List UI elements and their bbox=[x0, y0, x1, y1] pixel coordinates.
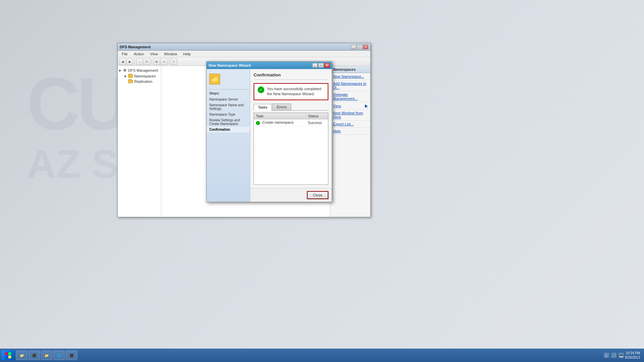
close-button[interactable]: ✕ bbox=[363, 45, 368, 49]
toolbar-separator bbox=[135, 59, 135, 65]
main-titlebar: DFS Management _ □ ✕ bbox=[118, 43, 370, 51]
wizard-icon: 📁 bbox=[209, 74, 220, 84]
action-new-window[interactable]: New Window from Here bbox=[330, 110, 370, 121]
wizard-content-area: Confirmation ✓ You have successfully com… bbox=[250, 69, 332, 188]
terminal-icon: ⬛ bbox=[69, 353, 74, 358]
clock-time: 10:34 PM bbox=[625, 351, 640, 355]
action-add-namespaces[interactable]: Add Namespaces to Di... bbox=[330, 80, 370, 91]
taskbar-network[interactable]: 🌐 bbox=[53, 351, 65, 360]
action-view-arrow: ▶ bbox=[365, 104, 368, 108]
tray-icon-1[interactable]: ⚠ bbox=[604, 353, 609, 358]
menu-help[interactable]: Help bbox=[180, 51, 194, 57]
actions-panel: Namespaces New Namespace... Add Namespac… bbox=[330, 66, 370, 217]
action-new-namespace[interactable]: New Namespace... bbox=[330, 73, 370, 80]
wizard-steps-panel: 📁 Steps: Namespace Server Namespace Name… bbox=[207, 69, 250, 202]
wizard-maximize-button[interactable]: □ bbox=[318, 63, 324, 68]
menu-file[interactable]: File bbox=[119, 51, 130, 57]
menu-action[interactable]: Action bbox=[131, 51, 147, 57]
wizard-title: New Namespace Wizard bbox=[209, 63, 251, 67]
forward-button[interactable]: ▶ bbox=[126, 58, 133, 65]
wizard-header-area: 📁 bbox=[207, 72, 250, 89]
wizard-close-button[interactable]: ✕ bbox=[324, 63, 330, 68]
results-table-container: Task Status ✓ Create namespace. Success bbox=[254, 113, 328, 185]
network-icon: 🌐 bbox=[56, 353, 62, 358]
results-table: Task Status ✓ Create namespace. Success bbox=[254, 113, 328, 126]
expand-icon: ▶ bbox=[119, 69, 122, 72]
clock-date: 8/20/2013 bbox=[625, 355, 640, 360]
actions-header: Namespaces bbox=[330, 66, 370, 73]
tree-item-replication[interactable]: Replication bbox=[118, 79, 161, 84]
action-view[interactable]: View ▶ bbox=[330, 102, 370, 110]
success-message-box: ✓ You have successfully completed the Ne… bbox=[254, 83, 328, 100]
namespaces-label: Namespaces bbox=[134, 74, 156, 78]
step-namespace-name: Namespace Name and Settings bbox=[207, 102, 250, 112]
start-button[interactable] bbox=[1, 350, 15, 360]
wizard-page-title: Confirmation bbox=[254, 72, 328, 80]
show-hide-button[interactable]: ⊞ bbox=[153, 58, 160, 65]
properties-button[interactable]: ≡ bbox=[161, 58, 167, 65]
action-help[interactable]: Help bbox=[330, 128, 370, 135]
step-namespace-server: Namespace Server bbox=[207, 97, 250, 102]
dfs-icon: 🖥 bbox=[123, 68, 127, 73]
success-check-icon: ✓ bbox=[258, 86, 264, 93]
wizard-footer: Close bbox=[250, 188, 332, 202]
replication-label: Replication bbox=[134, 79, 152, 83]
maximize-button[interactable]: □ bbox=[357, 45, 362, 49]
wizard-dialog: New Namespace Wizard _ □ ✕ 📁 Steps: Name… bbox=[206, 61, 332, 202]
row-check-icon: ✓ bbox=[256, 121, 260, 125]
step-confirmation: Confirmation bbox=[207, 127, 250, 132]
svg-rect-0 bbox=[5, 352, 8, 355]
column-status: Status bbox=[306, 113, 328, 119]
powershell-icon: ⬛ bbox=[32, 353, 37, 358]
background-watermark: CU bbox=[27, 67, 127, 141]
file-explorer-icon: 📁 bbox=[19, 353, 24, 358]
main-window-title: DFS Management bbox=[120, 45, 151, 49]
taskbar: 📁 ⬛ 📂 🌐 ⬛ ⚠ 🔊 💻 10:34 PM 8/20/2013 bbox=[0, 349, 644, 362]
system-tray: ⚠ 🔊 💻 bbox=[604, 353, 624, 358]
tab-tasks[interactable]: Tasks bbox=[254, 104, 272, 111]
tree-item-dfs-management[interactable]: ▶ 🖥 DFS Management bbox=[118, 67, 161, 73]
toolbar-separator3 bbox=[169, 59, 169, 65]
close-wizard-button[interactable]: Close bbox=[307, 191, 328, 199]
tree-panel: ▶ 🖥 DFS Management ▶ Namespaces Replicat… bbox=[118, 66, 161, 217]
toolbar-separator2 bbox=[152, 59, 152, 65]
menu-view[interactable]: View bbox=[147, 51, 161, 57]
svg-rect-2 bbox=[5, 356, 8, 358]
namespaces-folder-icon bbox=[128, 74, 133, 78]
step-review-settings: Review Settings and Create Namespace bbox=[207, 117, 250, 127]
up-button[interactable]: ↑ bbox=[136, 58, 143, 65]
tray-icon-3[interactable]: 💻 bbox=[619, 353, 624, 358]
tab-bar: Tasks Errors bbox=[254, 104, 328, 111]
table-row: ✓ Create namespace. Success bbox=[254, 119, 328, 126]
taskbar-file-explorer[interactable]: 📁 bbox=[16, 351, 28, 360]
step-namespace-type: Namespace Type bbox=[207, 112, 250, 117]
tabs-container: Tasks Errors bbox=[254, 104, 328, 111]
tree-item-namespaces[interactable]: ▶ Namespaces bbox=[118, 73, 161, 79]
wizard-body: 📁 Steps: Namespace Server Namespace Name… bbox=[207, 69, 332, 202]
svg-rect-3 bbox=[8, 356, 11, 358]
wizard-titlebar-buttons: _ □ ✕ bbox=[312, 63, 330, 68]
refresh-button[interactable]: ↻ bbox=[144, 58, 150, 65]
taskbar-folder[interactable]: 📂 bbox=[41, 351, 52, 360]
success-text: You have successfully completed the New … bbox=[267, 86, 324, 97]
folder-icon: 📂 bbox=[44, 353, 49, 358]
task-label: Create namespace. bbox=[262, 120, 294, 124]
taskbar-terminal[interactable]: ⬛ bbox=[66, 351, 77, 360]
wizard-minimize-button[interactable]: _ bbox=[312, 63, 318, 68]
action-delegate-management[interactable]: Delegate Management... bbox=[330, 91, 370, 102]
action-view-label: View bbox=[333, 104, 341, 108]
task-cell: ✓ Create namespace. bbox=[254, 119, 306, 126]
taskbar-powershell[interactable]: ⬛ bbox=[29, 351, 40, 360]
minimize-button[interactable]: _ bbox=[351, 45, 356, 49]
menu-bar: File Action View Window Help bbox=[118, 51, 370, 57]
status-cell: Success bbox=[306, 119, 328, 126]
clock[interactable]: 10:34 PM 8/20/2013 bbox=[625, 351, 640, 360]
namespaces-expand-icon: ▶ bbox=[124, 74, 128, 78]
tray-icon-2[interactable]: 🔊 bbox=[611, 353, 616, 358]
back-button[interactable]: ◀ bbox=[119, 58, 126, 65]
svg-rect-1 bbox=[8, 352, 11, 355]
tab-errors[interactable]: Errors bbox=[272, 104, 291, 110]
menu-window[interactable]: Window bbox=[161, 51, 180, 57]
help-toolbar-button[interactable]: ? bbox=[170, 58, 177, 65]
action-export-list[interactable]: Export List... bbox=[330, 121, 370, 128]
